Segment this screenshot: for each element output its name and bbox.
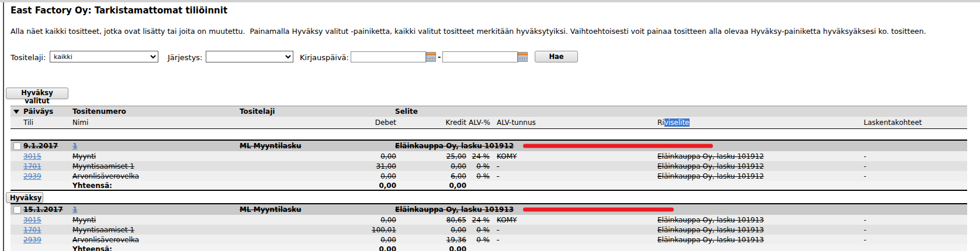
calendar-icon[interactable] (426, 52, 436, 62)
voucher-type: ML Myyntilasku (238, 142, 327, 150)
debet-value: 31,00 (327, 162, 397, 170)
alv-tunnus-value: - (491, 226, 656, 234)
column-nimi: Nimi (71, 118, 238, 127)
jarjestys-label: Järjestys: (168, 53, 202, 62)
tositelaji-label: Tositelaji: (11, 53, 46, 62)
laskentakohteet-value: - (853, 236, 967, 244)
text-selection: viselite (664, 118, 690, 127)
laskentakohteet-value: - (853, 226, 967, 234)
posting-row: 1701 Myyntisaamiset 1 31,00 0,00 0 % - E… (11, 161, 967, 171)
search-button[interactable]: Hae (535, 51, 578, 62)
totals-label: Yhteensä: (71, 245, 238, 251)
date-from-input[interactable] (351, 51, 426, 62)
alv-tunnus-value: - (491, 172, 656, 180)
column-paivays[interactable]: Päiväys (22, 107, 71, 116)
column-header: Päiväys Tositenumero Tositelaji Selite T… (11, 106, 967, 129)
alv-pct-value: 0 % (468, 226, 491, 234)
alv-pct-value: 0 % (468, 236, 491, 244)
riviselite-value: Eläinkauppa Oy, lasku 101913 (656, 216, 853, 224)
account-link[interactable]: 1701 (23, 226, 41, 234)
alv-tunnus-value: KOMY (491, 216, 656, 224)
totals-debet: 0,00 (327, 245, 397, 251)
voucher-group: 15.1.2017 1 ML Myyntilasku Eläinkauppa O… (11, 203, 967, 251)
kirjauspaiva-label: Kirjauspäivä: (300, 53, 349, 62)
column-alv-tunnus: ALV-tunnus (491, 118, 656, 127)
tositelaji-select[interactable]: kaikki (50, 51, 158, 62)
account-link[interactable]: 2939 (23, 172, 41, 180)
posting-row: 1701 Myyntisaamiset 1 100,01 0,00 0 % - … (11, 225, 967, 235)
debet-value: 0,00 (327, 236, 397, 244)
totals-row: Yhteensä: 0,00 0,00 (11, 181, 967, 190)
voucher-date: 9.1.2017 (22, 142, 71, 150)
top-frame-strip (0, 0, 980, 2)
account-name: Arvonlisäverovelka (71, 236, 238, 244)
date-to-input[interactable] (442, 51, 518, 62)
date-range-separator: - (438, 53, 441, 61)
column-riviselite: Riviselite (656, 118, 853, 127)
account-link[interactable]: 3015 (23, 216, 41, 224)
alv-pct-value: 0 % (468, 172, 491, 180)
column-selite[interactable]: Selite (327, 107, 967, 116)
column-tositelaji[interactable]: Tositelaji (238, 107, 327, 116)
account-name: Myyntisaamiset 1 (71, 162, 238, 170)
totals-kredit: 0,00 (397, 182, 468, 190)
riviselite-value: Eläinkauppa Oy, lasku 101913 (656, 226, 853, 234)
page-title: East Factory Oy: Tarkistamattomat tiliöi… (11, 5, 227, 16)
riviselite-value: Eläinkauppa Oy, lasku 101912 (656, 152, 853, 161)
posting-row: 3015 Myynti 0,00 25,00 24 % KOMY Eläinka… (11, 151, 967, 161)
voucher-checkbox[interactable] (13, 206, 21, 214)
account-name: Myynti (71, 216, 238, 224)
approve-button[interactable]: Hyväksy (6, 192, 43, 203)
red-marker-annotation (523, 208, 674, 212)
alv-pct-value: 24 % (468, 216, 491, 224)
voucher-date: 15.1.2017 (22, 205, 71, 214)
voucher-checkbox[interactable] (13, 142, 21, 150)
posting-row: 2939 Arvonlisäverovelka 0,00 19,36 0 % -… (11, 235, 967, 245)
jarjestys-select[interactable] (206, 51, 293, 62)
debet-value: 100,01 (327, 226, 397, 234)
totals-debet: 0,00 (327, 182, 397, 190)
riviselite-value: Eläinkauppa Oy, lasku 101912 (656, 172, 853, 180)
debet-value: 0,00 (327, 172, 397, 180)
page-description: Alla näet kaikki tositteet, jotka ovat l… (11, 27, 963, 36)
kredit-value: 6,00 (397, 172, 468, 180)
account-link[interactable]: 3015 (23, 152, 41, 161)
red-marker-annotation (523, 144, 713, 148)
voucher-number-link[interactable]: 1 (72, 205, 77, 214)
voucher-number-link[interactable]: 1 (72, 142, 77, 150)
column-alv-pct: ALV-% (468, 118, 491, 127)
column-tositenumero[interactable]: Tositenumero (71, 107, 238, 116)
sort-descending-icon[interactable] (11, 110, 22, 114)
left-frame-border (3, 2, 4, 251)
debet-value: 0,00 (327, 216, 397, 224)
laskentakohteet-value: - (853, 152, 967, 161)
laskentakohteet-value: - (853, 216, 967, 224)
column-tili: Tili (22, 118, 71, 127)
account-name: Arvonlisäverovelka (71, 172, 238, 180)
account-name: Myynti (71, 152, 238, 161)
kredit-value: 0,00 (397, 226, 468, 234)
alv-tunnus-value: - (491, 162, 656, 170)
approve-selected-button[interactable]: Hyväksy valitut (6, 88, 68, 99)
alv-tunnus-value: - (491, 236, 656, 244)
alv-pct-value: 0 % (468, 162, 491, 170)
totals-label: Yhteensä: (71, 182, 238, 190)
voucher-group: 9.1.2017 1 ML Myyntilasku Eläinkauppa Oy… (11, 140, 967, 191)
alv-pct-value: 24 % (468, 152, 491, 161)
riviselite-value: Eläinkauppa Oy, lasku 101913 (656, 236, 853, 244)
alv-tunnus-value: KOMY (491, 152, 656, 161)
account-link[interactable]: 1701 (23, 162, 41, 170)
calendar-icon[interactable] (518, 52, 528, 62)
laskentakohteet-value: - (853, 162, 967, 170)
kredit-value: 25,00 (397, 152, 468, 161)
totals-row: Yhteensä: 0,00 0,00 (11, 245, 967, 251)
unchecked-postings-page: East Factory Oy: Tarkistamattomat tiliöi… (0, 0, 980, 251)
debet-value: 0,00 (327, 152, 397, 161)
riviselite-value: Eläinkauppa Oy, lasku 101912 (656, 162, 853, 170)
account-link[interactable]: 2939 (23, 236, 41, 244)
kredit-value: 80,65 (397, 216, 468, 224)
posting-row: 2939 Arvonlisäverovelka 0,00 6,00 0 % - … (11, 171, 967, 181)
column-kredit: Kredit (397, 118, 468, 127)
totals-kredit: 0,00 (397, 245, 468, 251)
account-name: Myyntisaamiset 1 (71, 226, 238, 234)
